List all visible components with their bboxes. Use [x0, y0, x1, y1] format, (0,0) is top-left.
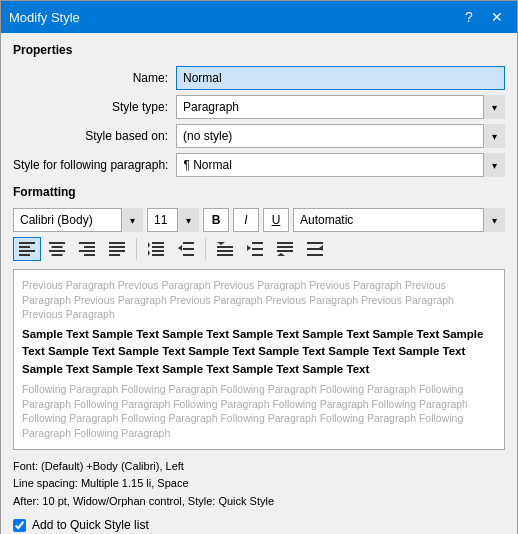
rtl-button[interactable] — [301, 237, 329, 261]
svg-rect-17 — [152, 246, 164, 248]
style-based-select[interactable]: (no style) — [176, 124, 505, 148]
svg-rect-2 — [19, 250, 35, 252]
size-select[interactable]: 11 — [147, 208, 199, 232]
close-button[interactable]: ✕ — [485, 7, 509, 27]
svg-marker-41 — [319, 245, 323, 251]
svg-marker-33 — [247, 245, 251, 251]
svg-marker-29 — [217, 242, 225, 245]
title-bar: Modify Style ? ✕ — [1, 1, 517, 33]
svg-rect-7 — [52, 254, 63, 256]
svg-rect-5 — [52, 246, 63, 248]
name-input[interactable] — [176, 66, 505, 90]
svg-rect-4 — [49, 242, 65, 244]
preview-area: Previous Paragraph Previous Paragraph Pr… — [13, 269, 505, 450]
size-select-wrapper: 11 ▾ — [147, 208, 199, 232]
style-type-select[interactable]: Paragraph — [176, 95, 505, 119]
style-based-row: Style based on: (no style) ▾ — [13, 124, 505, 148]
svg-rect-35 — [277, 246, 293, 248]
svg-rect-23 — [183, 248, 194, 250]
align-row — [13, 237, 505, 261]
font-select-wrapper: Calibri (Body) ▾ — [13, 208, 143, 232]
svg-rect-14 — [109, 250, 125, 252]
align-right-button[interactable] — [73, 237, 101, 261]
font-row: Calibri (Body) ▾ 11 ▾ B I U Automatic — [13, 208, 505, 232]
following-row: Style for following paragraph: ¶ Normal … — [13, 153, 505, 177]
svg-rect-22 — [183, 242, 194, 244]
font-info-line3: After: 10 pt, Widow/Orphan control, Styl… — [13, 493, 505, 511]
bold-button[interactable]: B — [203, 208, 229, 232]
svg-rect-38 — [307, 242, 323, 244]
svg-marker-37 — [277, 253, 285, 256]
svg-marker-21 — [148, 250, 150, 256]
line-spacing-button[interactable] — [142, 237, 170, 261]
dialog-body: Properties Name: Style type: Paragraph ▾… — [1, 33, 517, 534]
svg-rect-40 — [307, 254, 323, 256]
separator-2 — [205, 238, 206, 260]
italic-button[interactable]: I — [233, 208, 259, 232]
svg-rect-24 — [183, 254, 194, 256]
following-label: Style for following paragraph: — [13, 158, 168, 172]
style-type-row: Style type: Paragraph ▾ — [13, 95, 505, 119]
svg-rect-18 — [152, 250, 164, 252]
svg-marker-25 — [178, 245, 182, 251]
dialog-title: Modify Style — [9, 10, 80, 25]
style-based-wrapper: (no style) ▾ — [176, 124, 505, 148]
align-justify-button[interactable] — [103, 237, 131, 261]
formatting-section: Formatting Calibri (Body) ▾ 11 ▾ B I — [13, 185, 505, 261]
style-type-wrapper: Paragraph ▾ — [176, 95, 505, 119]
svg-rect-15 — [109, 254, 120, 256]
svg-rect-32 — [252, 254, 263, 256]
preview-following-text: Following Paragraph Following Paragraph … — [22, 382, 496, 441]
help-button[interactable]: ? — [457, 7, 481, 27]
formatting-label: Formatting — [13, 185, 505, 199]
properties-label: Properties — [13, 43, 505, 57]
modify-style-dialog: Modify Style ? ✕ Properties Name: Style … — [0, 0, 518, 534]
svg-marker-20 — [148, 242, 150, 248]
style-type-label: Style type: — [13, 100, 168, 114]
svg-rect-16 — [152, 242, 164, 244]
svg-rect-3 — [19, 254, 30, 256]
increase-space-before-button[interactable] — [211, 237, 239, 261]
svg-rect-10 — [79, 250, 95, 252]
font-info: Font: (Default) +Body (Calibri), Left Li… — [13, 458, 505, 511]
svg-rect-26 — [217, 246, 233, 248]
quick-style-row: Add to Quick Style list — [13, 518, 505, 532]
preview-previous-text: Previous Paragraph Previous Paragraph Pr… — [22, 278, 496, 322]
decrease-space-before-button[interactable] — [271, 237, 299, 261]
svg-rect-13 — [109, 246, 125, 248]
following-select[interactable]: ¶ Normal — [176, 153, 505, 177]
separator-1 — [136, 238, 137, 260]
font-info-line1: Font: (Default) +Body (Calibri), Left — [13, 458, 505, 476]
preview-sample-text: Sample Text Sample Text Sample Text Samp… — [22, 326, 496, 378]
title-controls: ? ✕ — [457, 7, 509, 27]
svg-rect-12 — [109, 242, 125, 244]
decrease-indent-button[interactable] — [172, 237, 200, 261]
following-wrapper: ¶ Normal ▾ — [176, 153, 505, 177]
svg-rect-36 — [277, 250, 293, 252]
svg-rect-11 — [84, 254, 95, 256]
svg-rect-28 — [217, 254, 233, 256]
style-based-label: Style based on: — [13, 129, 168, 143]
color-select-wrapper: Automatic ▾ — [293, 208, 505, 232]
name-label: Name: — [13, 71, 168, 85]
properties-section: Properties Name: Style type: Paragraph ▾… — [13, 43, 505, 177]
svg-rect-1 — [19, 246, 30, 248]
color-select[interactable]: Automatic — [293, 208, 505, 232]
align-center-button[interactable] — [43, 237, 71, 261]
name-row: Name: — [13, 66, 505, 90]
align-left-button[interactable] — [13, 237, 41, 261]
svg-rect-31 — [252, 248, 263, 250]
font-info-line2: Line spacing: Multiple 1.15 li, Space — [13, 475, 505, 493]
svg-rect-34 — [277, 242, 293, 244]
svg-rect-8 — [79, 242, 95, 244]
underline-button[interactable]: U — [263, 208, 289, 232]
quick-style-label[interactable]: Add to Quick Style list — [32, 518, 149, 532]
svg-rect-27 — [217, 250, 233, 252]
svg-rect-6 — [49, 250, 65, 252]
font-select[interactable]: Calibri (Body) — [13, 208, 143, 232]
svg-rect-0 — [19, 242, 35, 244]
quick-style-checkbox[interactable] — [13, 519, 26, 532]
svg-rect-9 — [84, 246, 95, 248]
increase-indent-button[interactable] — [241, 237, 269, 261]
svg-rect-30 — [252, 242, 263, 244]
